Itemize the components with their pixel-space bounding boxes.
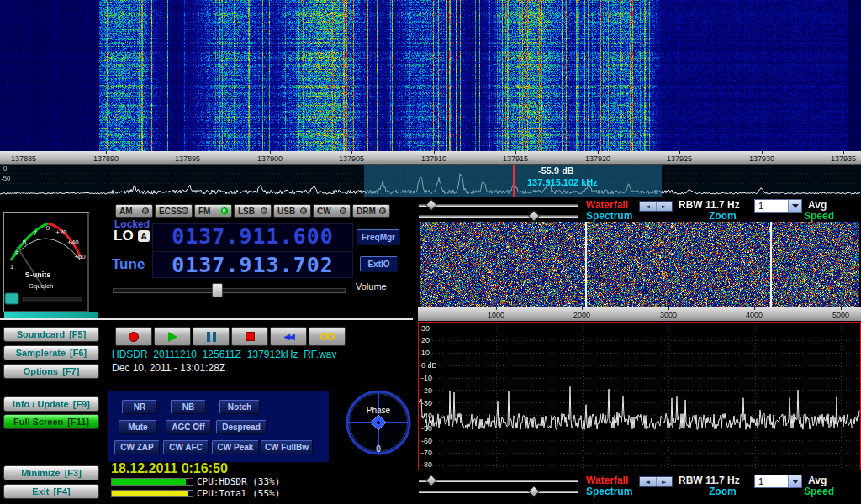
agc-off-button[interactable]: AGC Off <box>166 420 211 434</box>
frequency-tick: 137910 <box>421 155 446 163</box>
full-screen-button[interactable]: Full Screen[F11] <box>3 414 99 429</box>
notch-button[interactable]: Notch <box>219 400 260 414</box>
zoom-out-icon[interactable]: ◄ <box>640 477 656 486</box>
frequency-tick: 3000 <box>660 311 677 319</box>
upper-waterfall-label[interactable]: Waterfall <box>586 199 628 211</box>
nr-button[interactable]: NR <box>122 400 157 414</box>
freqmgr-button[interactable]: FreqMgr <box>357 229 400 245</box>
record-button[interactable] <box>115 327 152 346</box>
frequency-tick: 137935 <box>831 155 856 163</box>
cw-zap-button[interactable]: CW ZAP <box>114 440 160 454</box>
frequency-tick: 137885 <box>11 155 36 163</box>
phase-label: Phase <box>367 406 391 415</box>
nb-button[interactable]: NB <box>171 400 206 414</box>
mode-button-drm[interactable]: DRM <box>352 204 390 218</box>
stop-icon <box>246 332 255 341</box>
mode-button-cw[interactable]: CW <box>313 204 351 218</box>
lower-waterfall-slider[interactable] <box>419 475 578 486</box>
signal-level-readout: -55.9 dB <box>538 165 574 176</box>
separator-line <box>0 318 413 320</box>
squelch-knob[interactable] <box>5 293 18 304</box>
minimize-button[interactable]: Minimize[F3] <box>3 465 99 480</box>
samplerate-button[interactable]: Samplerate[F6] <box>3 345 99 360</box>
cw-fullbw-button[interactable]: CW FullBw <box>261 440 313 454</box>
zoom-in-icon[interactable]: ► <box>656 477 673 486</box>
slider-thumb[interactable] <box>528 210 540 222</box>
lower-waterfall-label[interactable]: Waterfall <box>586 475 628 486</box>
lower-avg-select[interactable]: 1 <box>754 475 802 488</box>
mode-label: LSB <box>238 207 255 216</box>
lower-spectrum-slider[interactable] <box>419 486 578 497</box>
mute-button[interactable]: Mute <box>119 420 157 434</box>
level-bar <box>4 312 98 318</box>
avg-select-value: 1 <box>755 475 788 487</box>
pause-button[interactable] <box>193 327 230 346</box>
slider-thumb[interactable] <box>425 475 437 486</box>
zoom-in-icon[interactable]: ► <box>656 202 673 211</box>
rewind-button[interactable]: ◀◀ <box>270 327 307 346</box>
phase-dial[interactable]: Phase 0 <box>342 386 415 459</box>
db-tick: 20 <box>421 336 430 344</box>
cpu-hdsdr-bar-fill <box>112 479 186 485</box>
upper-spectrum-label[interactable]: Spectrum <box>586 210 632 222</box>
options-button[interactable]: Options[F7] <box>3 364 99 379</box>
button-label: Samplerate <box>16 348 66 358</box>
zoom-out-icon[interactable]: ◄ <box>640 202 656 211</box>
slider-track <box>419 204 578 207</box>
pause-icon <box>213 332 216 342</box>
button-hotkey: [F3] <box>65 468 82 478</box>
upper-waterfall-slider[interactable] <box>419 200 578 211</box>
upper-speed-label: Speed <box>804 210 834 222</box>
button-label: Minimize <box>21 468 60 478</box>
cw-peak-button[interactable]: CW Peak <box>212 440 259 454</box>
upper-zoom-spinner[interactable]: ◄► <box>639 201 673 212</box>
lower-zoom-spinner[interactable]: ◄► <box>639 476 673 487</box>
mode-button-am[interactable]: AM <box>115 204 153 218</box>
rf-waterfall[interactable] <box>420 222 859 307</box>
upper-spectrum-slider[interactable] <box>419 211 578 222</box>
lo-frequency-display[interactable]: 0137.911.600 <box>152 223 353 249</box>
frequency-tick: 137895 <box>175 155 200 163</box>
s-units-label: S-units <box>25 270 51 279</box>
mode-label: FM <box>198 207 210 216</box>
cursor-frequency-readout: 137.915.102 kHz <box>527 177 598 187</box>
loop-button[interactable] <box>309 327 346 346</box>
rf-spectrum[interactable]: 30 20 10 0 dB -10 -20 -30 -40 -50 -60 -7… <box>418 322 861 470</box>
volume-slider[interactable] <box>113 288 346 293</box>
button-hotkey: [F7] <box>62 366 79 376</box>
tune-frequency-display[interactable]: 0137.913.702 <box>152 251 353 278</box>
cw-afc-button[interactable]: CW AFC <box>163 440 209 454</box>
mode-button-ecss[interactable]: ECSS <box>155 204 193 218</box>
slider-thumb[interactable] <box>425 199 437 211</box>
lower-spectrum-label[interactable]: Spectrum <box>586 486 632 497</box>
exit-button[interactable]: Exit[F4] <box>3 484 99 499</box>
rf-frequency-scale[interactable]: 1000 2000 3000 4000 5000 <box>418 307 861 321</box>
phase-center-dot <box>377 421 380 424</box>
extio-button[interactable]: ExtIO <box>360 256 398 272</box>
mode-button-lsb[interactable]: LSB <box>234 204 272 218</box>
play-button[interactable] <box>154 327 191 346</box>
rf-spectrum-canvas <box>419 323 860 470</box>
info-update-button[interactable]: Info / Update[F9] <box>3 396 99 412</box>
slider-track <box>419 480 578 482</box>
soundcard-button[interactable]: Soundcard[F5] <box>3 327 99 342</box>
upper-avg-label: Avg <box>808 199 827 211</box>
main-frequency-scale[interactable]: 137885 137890 137895 137900 137905 13791… <box>0 151 861 165</box>
squelch-track[interactable] <box>23 297 82 301</box>
mode-button-usb[interactable]: USB <box>273 204 311 218</box>
meter-tick: +20 <box>55 228 67 236</box>
overview-spectrum[interactable]: 0 -50 -55.9 dB 137.915.102 kHz <box>0 165 861 197</box>
slider-thumb[interactable] <box>528 486 540 497</box>
tune-label: Tune <box>112 256 145 273</box>
volume-slider-thumb[interactable] <box>212 283 223 297</box>
despread-button[interactable]: Despread <box>216 420 267 434</box>
dropdown-arrow-icon[interactable] <box>788 475 801 487</box>
s-meter-panel[interactable]: 1 3 5 7 9 +20 +40 +60 S-units Squelch <box>3 212 89 312</box>
dropdown-arrow-icon[interactable] <box>788 200 801 212</box>
main-waterfall[interactable] <box>0 0 861 151</box>
meter-tick: +60 <box>74 253 86 260</box>
lo-lock-badge[interactable]: A <box>138 230 150 242</box>
stop-button[interactable] <box>231 327 268 346</box>
mode-button-fm[interactable]: FM <box>194 204 232 218</box>
upper-avg-select[interactable]: 1 <box>754 199 802 213</box>
